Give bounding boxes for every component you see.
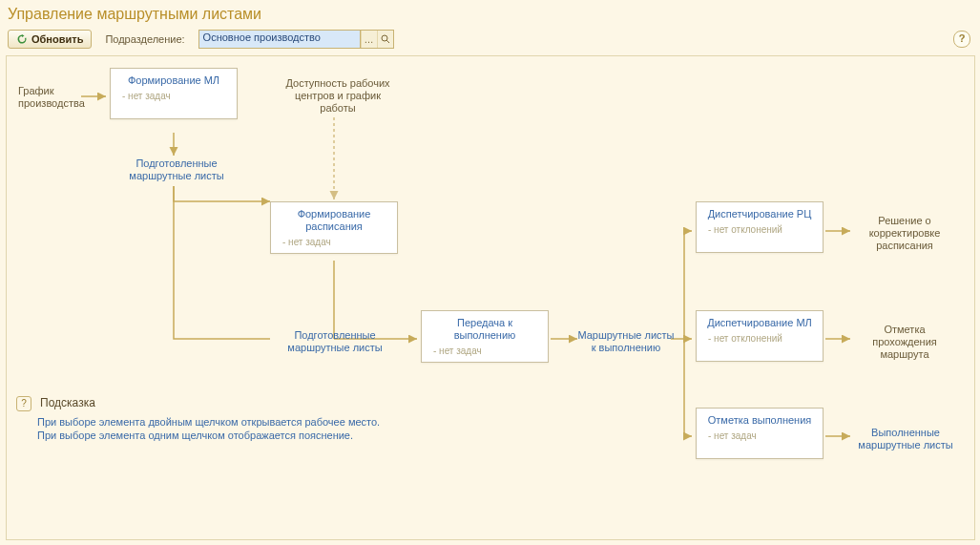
label-schedule-source: График производства	[18, 85, 85, 110]
hint-title: Подсказка	[40, 396, 95, 409]
node-title: Отметка выполнения	[704, 414, 815, 427]
node-title: Передача к выполнению	[429, 317, 540, 342]
node-status: - нет отклонений	[704, 333, 815, 344]
hint-line: При выборе элемента двойным щелчком откр…	[37, 415, 407, 429]
department-label: Подразделение:	[105, 33, 184, 45]
department-open-button[interactable]: …	[361, 31, 377, 48]
node-dispatch-rc[interactable]: Диспетчирование РЦ - нет отклонений	[696, 201, 824, 253]
node-status: - нет задач	[279, 237, 389, 247]
svg-line-1	[386, 40, 389, 43]
department-field[interactable]: Основное производство …	[198, 30, 394, 49]
label-prepared-2: Подготовленные маршрутные листы	[278, 329, 392, 354]
hint-line: При выборе элемента одним щелчком отобра…	[37, 429, 407, 442]
flow-canvas: Формирование МЛ - нет задач Формирование…	[6, 55, 975, 540]
node-title: Формирование расписания	[279, 208, 389, 233]
node-form-ml[interactable]: Формирование МЛ - нет задач	[110, 68, 238, 119]
node-status: - нет задач	[118, 91, 229, 101]
node-status: - нет задач	[704, 430, 815, 441]
hint-icon: ?	[16, 396, 31, 411]
label-route-mark: Отметка прохождения маршрута	[852, 324, 957, 361]
department-value: Основное производство	[199, 31, 361, 48]
node-dispatch-ml[interactable]: Диспетчирование МЛ - нет отклонений	[696, 310, 824, 362]
node-status: - нет задач	[429, 346, 540, 356]
hint-panel: ? Подсказка При выборе элемента двойным …	[16, 396, 407, 442]
node-transfer[interactable]: Передача к выполнению - нет задач	[421, 310, 549, 363]
refresh-label: Обновить	[31, 33, 83, 45]
label-availability: Доступность рабочих центров и график раб…	[285, 77, 390, 115]
label-routing-exec: Маршрутные листы к выполнению	[575, 329, 677, 354]
toolbar: Обновить Подразделение: Основное произво…	[8, 29, 394, 50]
connectors	[7, 56, 974, 539]
label-decision: Решение о корректировке расписания	[852, 215, 957, 252]
page-title: Управление маршрутными листами	[8, 6, 261, 23]
node-title: Диспетчирование РЦ	[704, 208, 815, 220]
node-mark-done[interactable]: Отметка выполнения - нет задач	[696, 408, 824, 459]
node-title: Диспетчирование МЛ	[704, 317, 815, 329]
help-button[interactable]: ?	[953, 31, 970, 48]
refresh-icon	[16, 33, 28, 45]
node-title: Формирование МЛ	[118, 74, 229, 87]
svg-point-0	[382, 35, 387, 41]
refresh-button[interactable]: Обновить	[8, 30, 92, 49]
label-done-lists: Выполненные маршрутные листы	[848, 427, 963, 451]
label-prepared-1: Подготовленные маршрутные листы	[119, 157, 234, 182]
node-form-schedule[interactable]: Формирование расписания - нет задач	[270, 201, 398, 254]
department-search-button[interactable]	[377, 31, 393, 48]
search-icon	[381, 34, 390, 44]
node-status: - нет отклонений	[704, 224, 815, 235]
